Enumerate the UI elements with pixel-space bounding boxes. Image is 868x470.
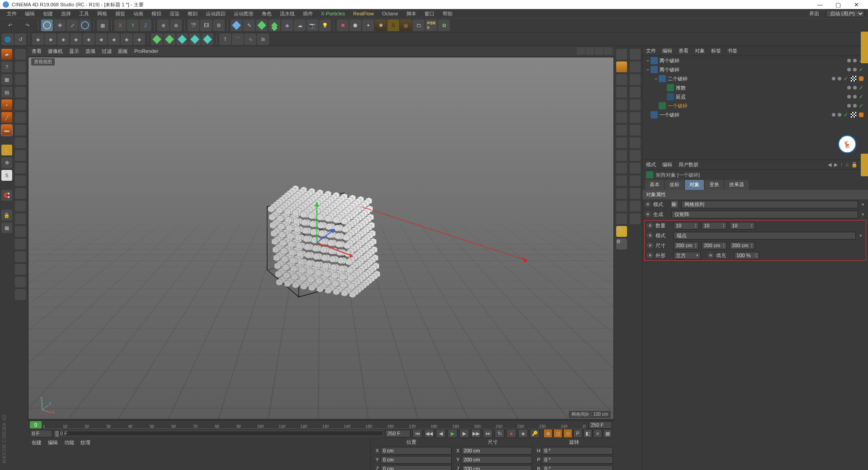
prev-frame-button[interactable]: ◀ xyxy=(436,429,446,438)
left-extra-10[interactable] xyxy=(15,175,26,186)
vp-menu-过滤[interactable]: 过滤 xyxy=(102,48,112,55)
render-pv-button[interactable]: 🎞 xyxy=(200,19,212,31)
left-extra-14[interactable] xyxy=(15,226,26,237)
rf-button[interactable]: ✱ xyxy=(375,19,387,31)
attr-fwd-button[interactable]: ▶ xyxy=(834,162,838,168)
prev-key-button[interactable]: ◀◀ xyxy=(424,429,434,438)
left-extra-3[interactable] xyxy=(15,87,26,98)
vp-menu-ProRender[interactable]: ProRender xyxy=(134,48,158,54)
mat-menu-创建[interactable]: 创建 xyxy=(32,439,42,446)
r2-btn-10[interactable] xyxy=(630,175,641,186)
timeline-ruler[interactable]: 0 01020304050607080901001101201301401501… xyxy=(27,421,615,429)
key-sel-button[interactable]: ≡ xyxy=(593,429,602,438)
xp-cache-button[interactable]: ⬢ xyxy=(349,19,361,31)
sel-tool-2[interactable]: ◈ xyxy=(57,33,69,45)
attr-tab-对象[interactable]: 对象 xyxy=(685,180,704,190)
r1-btn-3[interactable] xyxy=(616,87,627,98)
vp-menu-摄像机[interactable]: 摄像机 xyxy=(48,48,63,55)
left-extra-17[interactable] xyxy=(15,264,26,275)
am-menu-模式[interactable]: 模式 xyxy=(646,161,656,168)
spline1-button[interactable]: ⌒ xyxy=(232,33,244,45)
r2-btn-8[interactable] xyxy=(630,150,641,161)
xp-button[interactable]: ✖ xyxy=(337,19,349,31)
attr-tab-基本[interactable]: 基本 xyxy=(645,180,664,190)
sel-tool-0[interactable]: ◈ xyxy=(32,33,44,45)
content-browser-button[interactable]: 🗀 xyxy=(413,19,425,31)
fill-field[interactable]: 100 %▴▾ xyxy=(734,252,760,259)
tree-row[interactable]: 一个破碎✓ xyxy=(642,110,868,119)
material-list[interactable] xyxy=(27,447,370,470)
xp-emitter-button[interactable]: ✦ xyxy=(362,19,374,31)
menu-帮助[interactable]: 帮助 xyxy=(439,9,457,18)
attr-tab-坐标[interactable]: 坐标 xyxy=(665,180,684,190)
range-end-field[interactable]: 250 F xyxy=(385,430,410,437)
magnet-button[interactable]: 🧲 xyxy=(1,190,12,201)
goto-end-button[interactable]: ⏭ xyxy=(483,429,493,438)
polygon-mode-button[interactable]: ▬ xyxy=(1,125,12,136)
menu-脚本[interactable]: 脚本 xyxy=(402,9,420,18)
left-extra-8[interactable] xyxy=(15,150,26,161)
menu-文件[interactable]: 文件 xyxy=(3,9,21,18)
menu-插件[interactable]: 插件 xyxy=(299,9,317,18)
axis-y-button[interactable]: Y xyxy=(127,19,139,31)
key-pos-button[interactable]: ⊕ xyxy=(543,429,552,438)
tree-row[interactable]: −两个破碎✓ xyxy=(642,65,868,74)
dropdown-icon[interactable]: ▾ xyxy=(859,233,863,239)
attr-lock-button[interactable]: 🔒 xyxy=(851,162,858,168)
key-param-button[interactable]: P xyxy=(573,429,582,438)
right-edge-tab-2[interactable] xyxy=(861,154,868,176)
left-extra-4[interactable] xyxy=(15,99,26,110)
size-x-field[interactable]: 200 cm▴▾ xyxy=(674,242,699,249)
tree-row[interactable]: 一个破碎✓ xyxy=(642,101,868,110)
r1-yellow-button[interactable]: =1 xyxy=(616,226,627,237)
layout-select[interactable]: 启动 (用户) xyxy=(826,10,864,17)
vp-nav4-button[interactable] xyxy=(604,47,612,55)
r1-btn-5[interactable] xyxy=(616,112,627,123)
coord-system-button[interactable]: ⊕ xyxy=(157,19,169,31)
count-y-field[interactable]: 10▴▾ xyxy=(702,222,727,230)
goto-start-button[interactable]: ⏮ xyxy=(412,429,422,438)
menu-角色[interactable]: 角色 xyxy=(258,9,276,18)
pen-tool[interactable]: ✎ xyxy=(243,19,255,31)
om-menu-书签[interactable]: 书签 xyxy=(727,47,737,54)
point-mode-button[interactable]: ▪ xyxy=(1,99,12,110)
menu-选择[interactable]: 选择 xyxy=(57,9,75,18)
left-extra-0[interactable] xyxy=(15,49,26,60)
left-extra-5[interactable] xyxy=(15,112,26,123)
om-menu-对象[interactable]: 对象 xyxy=(695,47,705,54)
r2-btn-1[interactable] xyxy=(630,61,641,72)
reset-button[interactable]: ↺ xyxy=(14,33,26,45)
left-extra-18[interactable] xyxy=(15,277,26,287)
menu-工具[interactable]: 工具 xyxy=(75,9,93,18)
menu-渲染[interactable]: 渲染 xyxy=(165,9,184,18)
texture-mode-button[interactable]: ▩ xyxy=(1,74,12,85)
mat-menu-编辑[interactable]: 编辑 xyxy=(48,439,58,446)
spline2-button[interactable]: ∿ xyxy=(245,33,256,45)
minimize-button[interactable]: — xyxy=(811,0,829,9)
vp-menu-选项[interactable]: 选项 xyxy=(85,48,95,55)
timeline-thumb[interactable] xyxy=(55,430,59,437)
vp-menu-面板[interactable]: 面板 xyxy=(118,48,128,55)
fx-button[interactable]: fx xyxy=(257,33,269,45)
undo-button[interactable]: ↶ xyxy=(2,19,18,32)
left-extra-11[interactable] xyxy=(15,188,26,199)
snap-s-button[interactable]: S xyxy=(1,170,12,181)
render-settings-button[interactable]: ⚙ xyxy=(213,19,225,31)
r2-btn-6[interactable] xyxy=(630,125,641,136)
menu-窗口[interactable]: 窗口 xyxy=(420,9,439,18)
r1-btn-4[interactable] xyxy=(616,99,627,110)
timeline-slider[interactable]: 0 F xyxy=(54,431,383,436)
menu-网格[interactable]: 网格 xyxy=(93,9,111,18)
left-extra-16[interactable] xyxy=(15,251,26,262)
recent-tool[interactable]: ▦ xyxy=(97,19,108,31)
attr-up-button[interactable]: ↑ xyxy=(840,162,843,168)
light-button[interactable]: 💡 xyxy=(319,19,331,31)
edge-mode-button[interactable]: ╱ xyxy=(1,112,12,123)
menu-编辑[interactable]: 编辑 xyxy=(21,9,39,18)
vp-nav3-button[interactable] xyxy=(595,47,603,55)
model-mode-button[interactable]: ? xyxy=(1,61,12,72)
environment-button[interactable]: ☁ xyxy=(294,19,306,31)
shape-select[interactable]: 立方 xyxy=(674,252,701,259)
attr-back-button[interactable]: ◀ xyxy=(828,162,831,168)
lock-button[interactable]: 🔒 xyxy=(1,210,12,221)
